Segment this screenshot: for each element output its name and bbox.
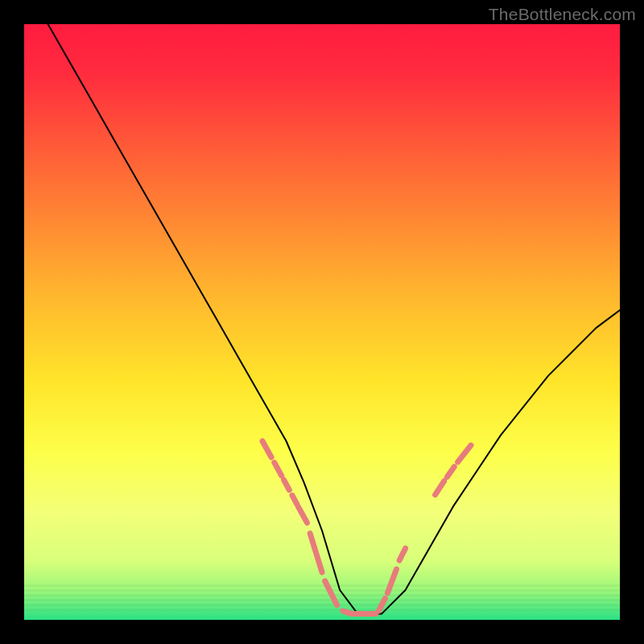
bottom-band — [24, 604, 620, 606]
chart-frame: TheBottleneck.com — [0, 0, 644, 644]
watermark-text: TheBottleneck.com — [489, 5, 636, 24]
bottom-band — [24, 599, 620, 601]
plot-area — [24, 24, 620, 620]
chart-svg — [24, 24, 620, 620]
bottom-band — [24, 594, 620, 597]
bottom-band — [24, 609, 620, 611]
highlight-segment — [343, 611, 352, 614]
bottom-band — [24, 589, 620, 592]
bottom-band — [24, 584, 620, 587]
